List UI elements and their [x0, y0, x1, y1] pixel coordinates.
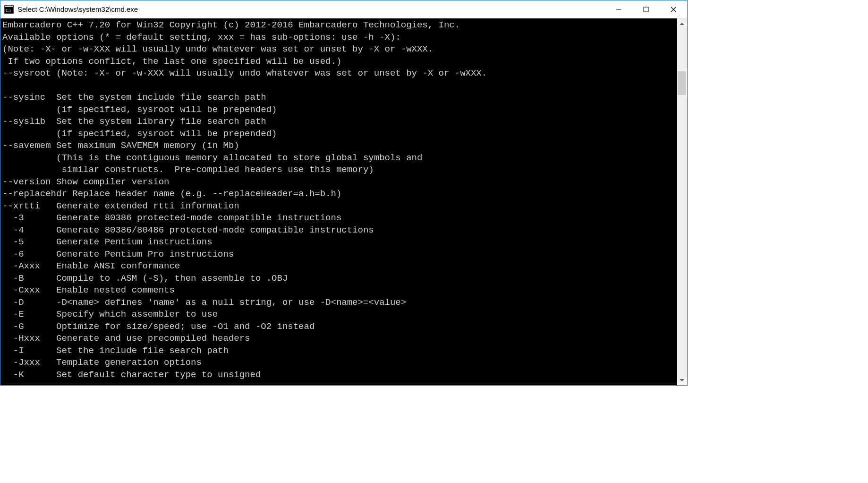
maximize-button[interactable]	[632, 0, 660, 18]
scroll-down-button[interactable]	[677, 375, 687, 385]
scroll-thumb[interactable]	[678, 71, 686, 95]
vertical-scrollbar[interactable]	[677, 18, 687, 385]
window-controls	[605, 0, 687, 18]
scroll-track[interactable]	[677, 29, 687, 375]
chevron-up-icon	[680, 23, 684, 25]
minimize-button[interactable]	[605, 0, 632, 18]
svg-rect-4	[644, 7, 648, 12]
cmd-icon: C:\	[4, 5, 14, 14]
cmd-window: C:\ Select C:\Windows\system32\cmd.exe E…	[0, 0, 688, 386]
scroll-up-button[interactable]	[677, 18, 687, 29]
svg-rect-1	[5, 6, 13, 7]
close-button[interactable]	[660, 0, 687, 18]
console-output[interactable]: Embarcadero C++ 7.20 for Win32 Copyright…	[0, 18, 677, 385]
svg-text:C:\: C:\	[6, 8, 11, 13]
chevron-down-icon	[680, 379, 684, 381]
console-area: Embarcadero C++ 7.20 for Win32 Copyright…	[0, 18, 687, 385]
window-title: Select C:\Windows\system32\cmd.exe	[17, 5, 605, 13]
titlebar[interactable]: C:\ Select C:\Windows\system32\cmd.exe	[0, 0, 687, 18]
